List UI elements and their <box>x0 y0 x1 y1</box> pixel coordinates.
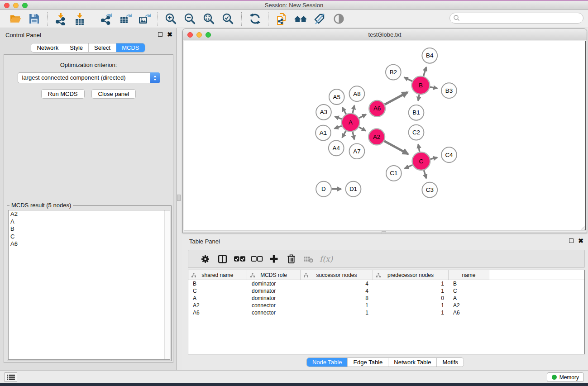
tab-network[interactable]: Network <box>31 43 64 52</box>
maximize-network-button[interactable] <box>206 32 211 38</box>
open-session-button[interactable] <box>7 11 23 27</box>
export-image-button[interactable] <box>136 11 153 27</box>
table-row[interactable]: A6connector11A6 <box>188 309 584 316</box>
float-panel-icon[interactable] <box>158 32 163 37</box>
maximize-window-button[interactable] <box>22 3 28 8</box>
table-cell[interactable]: A2 <box>449 302 489 309</box>
table-cell[interactable]: dominator <box>247 280 301 287</box>
table-cell[interactable]: 0 <box>373 295 449 302</box>
column-header-predecessor-nodes[interactable]: predecessor nodes <box>373 270 449 280</box>
refresh-button[interactable] <box>247 11 263 27</box>
zoom-in-button[interactable] <box>163 11 179 27</box>
table-cell[interactable]: 4 <box>301 287 373 295</box>
save-session-button[interactable] <box>26 11 42 27</box>
splitpane-handle[interactable] <box>177 195 181 201</box>
resize-grip-icon[interactable] <box>579 224 586 230</box>
tab-network-table[interactable]: Network Table <box>388 358 437 367</box>
column-header-name[interactable]: name <box>449 270 489 280</box>
edge-A2-C[interactable] <box>384 141 408 154</box>
edge-A-A2[interactable] <box>359 127 366 131</box>
tab-select[interactable]: Select <box>89 43 116 52</box>
minimize-window-button[interactable] <box>13 3 19 8</box>
hide-labels-button[interactable] <box>311 11 328 27</box>
table-cell[interactable]: dominator <box>247 295 301 302</box>
network-window-titlebar[interactable]: testGlobe.txt <box>183 29 587 40</box>
network-canvas[interactable]: B4B2BB3B1A5A8A6A3AA1A2A4A7C2CC4C1C3DD1 <box>184 41 586 230</box>
minimize-network-button[interactable] <box>196 32 202 38</box>
create-column-button[interactable] <box>265 251 282 267</box>
export-network-button[interactable] <box>98 11 115 27</box>
edge-C-C4[interactable] <box>430 157 437 159</box>
splitpane-handle[interactable] <box>382 231 386 234</box>
import-table-button[interactable] <box>72 11 88 27</box>
zoom-fit-button[interactable] <box>201 11 217 27</box>
table-cell[interactable]: 4 <box>301 280 373 287</box>
tab-style[interactable]: Style <box>64 43 89 52</box>
show-hide-button[interactable] <box>330 11 347 27</box>
close-window-button[interactable] <box>4 3 10 8</box>
mcds-result-item[interactable]: A2 <box>9 210 170 218</box>
edge-A-A7[interactable] <box>353 132 354 139</box>
column-header-successor-nodes[interactable]: successor nodes <box>301 270 373 280</box>
edge-C-C2[interactable] <box>418 144 420 152</box>
table-cell[interactable]: connector <box>247 309 301 316</box>
edge-A-A1[interactable] <box>335 126 342 129</box>
close-panel-button[interactable]: Close panel <box>91 89 136 99</box>
table-cell[interactable]: connector <box>247 302 301 309</box>
table-row[interactable]: Bdominator41B <box>188 280 584 287</box>
deselect-all-button[interactable] <box>248 251 265 267</box>
float-panel-icon[interactable] <box>569 238 574 243</box>
edge-A-A8[interactable] <box>353 105 354 113</box>
table-cell[interactable]: A6 <box>449 309 489 316</box>
edge-B-B2[interactable] <box>404 77 412 81</box>
table-cell[interactable]: B <box>449 280 489 287</box>
mcds-result-item[interactable]: A6 <box>9 240 170 248</box>
table-row[interactable]: Adominator80A <box>188 295 584 302</box>
task-history-button[interactable] <box>5 372 17 382</box>
edge-A-A6[interactable] <box>359 114 366 118</box>
table-settings-button[interactable] <box>196 251 214 267</box>
select-all-button[interactable] <box>231 251 248 267</box>
edge-A-A4[interactable] <box>342 131 346 138</box>
result-scrollbar[interactable] <box>164 210 170 359</box>
table-cell[interactable]: A <box>449 295 489 302</box>
show-columns-button[interactable] <box>214 251 231 267</box>
edge-B-B1[interactable] <box>418 95 419 101</box>
table-cell[interactable]: 1 <box>373 287 449 295</box>
mcds-result-item[interactable]: A <box>9 218 170 226</box>
close-network-button[interactable] <box>187 32 193 38</box>
mcds-result-item[interactable]: B <box>9 225 170 233</box>
zoom-selected-button[interactable] <box>220 11 236 27</box>
criterion-dropdown[interactable]: largest connected component (directed) <box>18 72 160 83</box>
table-cell[interactable]: 1 <box>301 302 373 309</box>
table-cell[interactable]: dominator <box>247 287 301 295</box>
table-cell[interactable]: C <box>449 287 489 295</box>
table-cell[interactable]: C <box>188 287 247 295</box>
table-cell[interactable]: 1 <box>373 309 449 316</box>
column-header-shared-name[interactable]: shared name <box>188 270 247 280</box>
zoom-out-button[interactable] <box>182 11 198 27</box>
tab-motifs[interactable]: Motifs <box>437 358 464 367</box>
table-cell[interactable]: 1 <box>373 280 449 287</box>
table-cell[interactable]: A2 <box>188 302 247 309</box>
function-builder-button[interactable]: f(x) <box>320 254 333 263</box>
table-row[interactable]: A2connector11A2 <box>188 302 584 309</box>
edge-C-C3[interactable] <box>424 170 426 178</box>
delete-column-button[interactable] <box>282 251 300 267</box>
table-cell[interactable]: A6 <box>188 309 247 316</box>
edge-A-A5[interactable] <box>342 107 346 114</box>
home-networks-button[interactable] <box>292 11 309 27</box>
table-cell[interactable]: A <box>188 295 247 302</box>
edge-B-B4[interactable] <box>423 67 426 76</box>
tab-mcds[interactable]: MCDS <box>116 43 144 52</box>
table-row[interactable]: Cdominator41C <box>188 287 584 295</box>
tab-edge-table[interactable]: Edge Table <box>348 358 388 367</box>
mcds-result-item[interactable]: C <box>9 233 170 241</box>
table-cell[interactable]: 8 <box>301 295 373 302</box>
import-network-button[interactable] <box>53 11 69 27</box>
table-cell[interactable]: B <box>188 280 247 287</box>
edge-A6-B[interactable] <box>385 92 408 105</box>
edge-B-B3[interactable] <box>430 87 437 88</box>
delete-table-button[interactable] <box>300 251 317 267</box>
close-panel-icon[interactable]: ✖ <box>578 238 583 243</box>
